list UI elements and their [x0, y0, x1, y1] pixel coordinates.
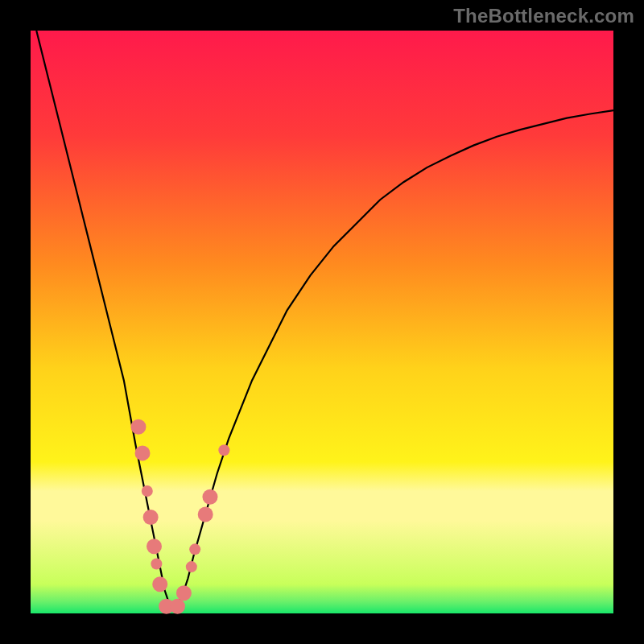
benchmark-point	[152, 576, 167, 592]
benchmark-point	[170, 599, 185, 614]
chart-svg	[31, 31, 613, 613]
benchmark-point	[142, 485, 153, 497]
benchmark-point	[143, 510, 159, 525]
benchmark-point	[186, 561, 197, 572]
watermark-text: TheBottleneck.com	[453, 5, 634, 27]
benchmark-point	[189, 543, 200, 555]
bottleneck-curve	[36, 31, 613, 608]
benchmark-point	[151, 558, 162, 569]
benchmark-point	[176, 585, 192, 601]
benchmark-point	[130, 419, 146, 435]
plot-area	[31, 31, 613, 613]
benchmark-point	[218, 444, 229, 456]
chart-frame: TheBottleneck.com	[0, 0, 644, 644]
benchmark-markers	[130, 419, 229, 614]
benchmark-point	[135, 445, 151, 460]
benchmark-point	[147, 539, 162, 554]
benchmark-point	[198, 506, 213, 522]
benchmark-point	[202, 489, 217, 505]
